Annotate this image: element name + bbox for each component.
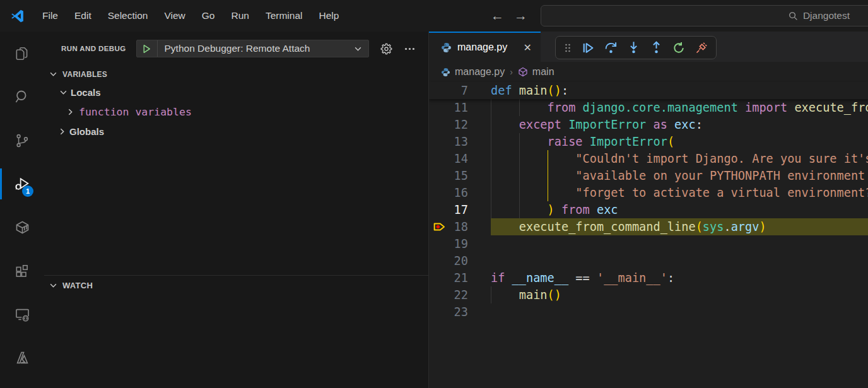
menu-item-help[interactable]: Help xyxy=(311,0,348,32)
sidebar-item-search[interactable] xyxy=(0,75,44,119)
code-line-11[interactable]: 11 from django.core.management import ex… xyxy=(429,99,868,116)
close-icon[interactable]: ✕ xyxy=(524,42,532,54)
menu-item-selection[interactable]: Selection xyxy=(100,0,156,32)
code-line-12[interactable]: 12 except ImportError as exc: xyxy=(429,116,868,133)
continue-button[interactable] xyxy=(577,37,599,58)
workspace-search-label: Djangotest xyxy=(803,10,850,21)
sidebar-item-source-control[interactable] xyxy=(0,119,44,162)
line-number[interactable]: 20 xyxy=(429,252,491,269)
start-debug-button[interactable] xyxy=(137,40,158,57)
line-number[interactable]: 18 xyxy=(429,218,491,235)
vscode-logo-icon xyxy=(0,8,34,24)
menu-item-view[interactable]: View xyxy=(156,0,193,32)
variables-scope-globals[interactable]: Globals xyxy=(44,122,428,141)
symbol-method-icon xyxy=(518,67,528,77)
watch-section: WATCH xyxy=(44,275,428,295)
navigate-forward-icon[interactable]: → xyxy=(514,0,527,32)
code-line-20[interactable]: 20 xyxy=(429,252,868,269)
line-number[interactable]: 17 xyxy=(429,201,491,218)
files-icon xyxy=(14,45,30,62)
code-line-21[interactable]: 21if __name__ == '__main__': xyxy=(429,269,868,286)
disconnect-button[interactable] xyxy=(690,37,713,58)
watch-section-header[interactable]: WATCH xyxy=(44,276,428,295)
title-bar: FileEditSelectionViewGoRunTerminalHelp ←… xyxy=(0,0,868,32)
line-number[interactable]: 14 xyxy=(429,150,491,167)
debug-toolbar xyxy=(555,36,717,59)
code-line-18[interactable]: 18 execute_from_command_line(sys.argv) xyxy=(429,218,868,235)
line-number[interactable]: 11 xyxy=(429,99,491,116)
search-icon xyxy=(14,88,31,105)
code-line-22[interactable]: 22 main() xyxy=(429,286,868,303)
line-number[interactable]: 7 xyxy=(429,82,491,99)
code-line-19[interactable]: 19 xyxy=(429,235,868,252)
sidebar-item-explorer[interactable] xyxy=(0,32,44,75)
line-number[interactable]: 23 xyxy=(429,303,491,320)
gear-icon[interactable] xyxy=(380,42,393,56)
variables-scope-locals[interactable]: Locals xyxy=(44,83,428,102)
code-line-7[interactable]: 7def main(): xyxy=(429,82,868,99)
launch-config-label: Python Debugger: Remote Attach xyxy=(158,43,354,54)
code-line-14[interactable]: 14 "Couldn't import Django. Are you sure… xyxy=(429,150,868,167)
sidebar-item-extensions[interactable] xyxy=(0,249,44,293)
scope-label: Globals xyxy=(69,126,104,137)
code-line-17[interactable]: 17 ) from exc xyxy=(429,201,868,218)
sidebar-item-remote-explorer[interactable] xyxy=(0,293,44,336)
line-number[interactable]: 19 xyxy=(429,235,491,252)
extensions-icon xyxy=(14,263,30,279)
breadcrumb: manage.py › main xyxy=(429,62,868,82)
line-number[interactable]: 21 xyxy=(429,269,491,286)
line-number[interactable]: 12 xyxy=(429,116,491,133)
code-line-13[interactable]: 13 raise ImportError( xyxy=(429,133,868,150)
debug-badge: 1 xyxy=(22,185,33,197)
variables-section-header[interactable]: VARIABLES xyxy=(44,66,428,83)
launch-config-dropdown[interactable]: Python Debugger: Remote Attach xyxy=(136,40,369,57)
chevron-down-icon xyxy=(49,281,61,290)
sticky-scroll[interactable]: 7def main(): xyxy=(429,82,868,99)
menu-item-go[interactable]: Go xyxy=(194,0,223,32)
step-out-button[interactable] xyxy=(645,37,667,58)
code-editor[interactable]: 7def main(): 11 from django.core.managem… xyxy=(429,82,868,320)
drag-handle[interactable] xyxy=(559,37,577,58)
navigate-back-icon[interactable]: ← xyxy=(491,0,504,32)
menu-item-edit[interactable]: Edit xyxy=(66,0,100,32)
azure-icon xyxy=(14,350,31,367)
line-number[interactable]: 15 xyxy=(429,167,491,184)
command-center-search[interactable]: Djangotest xyxy=(541,5,868,26)
activity-bar: 1 xyxy=(0,32,44,388)
menu-item-file[interactable]: File xyxy=(34,0,66,32)
breadcrumb-separator: › xyxy=(509,67,513,77)
code-line-15[interactable]: 15 "available on your PYTHONPATH environ… xyxy=(429,167,868,184)
step-over-button[interactable] xyxy=(599,37,622,58)
breadcrumb-symbol[interactable]: main xyxy=(532,66,554,78)
watch-section-title: WATCH xyxy=(62,281,93,290)
more-actions-icon[interactable] xyxy=(404,43,416,55)
code-lines[interactable]: 11 from django.core.management import ex… xyxy=(429,99,868,320)
active-indicator xyxy=(0,168,2,199)
restart-button[interactable] xyxy=(667,37,690,58)
code-line-16[interactable]: 16 "forget to activate a virtual environ… xyxy=(429,184,868,201)
variables-group-function-variables[interactable]: function variables xyxy=(44,102,428,122)
line-number[interactable]: 22 xyxy=(429,286,491,303)
chevron-down-icon xyxy=(354,45,362,53)
sidebar-item-azure[interactable] xyxy=(0,336,44,380)
code-line-23[interactable]: 23 xyxy=(429,303,868,320)
step-into-button[interactable] xyxy=(622,37,645,58)
breadcrumb-file[interactable]: manage.py xyxy=(455,66,505,78)
sidebar-item-run-and-debug[interactable]: 1 xyxy=(0,162,44,206)
sidebar-item-containers[interactable] xyxy=(0,206,44,249)
menu-item-run[interactable]: Run xyxy=(223,0,257,32)
breakpoint-current-line-icon[interactable] xyxy=(433,221,446,233)
tab-manage-py[interactable]: manage.py ✕ xyxy=(429,32,541,62)
tab-bar: manage.py ✕ xyxy=(429,32,868,62)
tab-label: manage.py xyxy=(457,42,518,53)
line-number[interactable]: 16 xyxy=(429,184,491,201)
panel-title: RUN AND DEBUG xyxy=(61,45,126,52)
chevron-right-icon xyxy=(57,127,67,136)
panel-header: RUN AND DEBUG Python Debugger: Remote At… xyxy=(44,32,428,66)
menu-item-terminal[interactable]: Terminal xyxy=(257,0,311,32)
scope-label: Locals xyxy=(71,87,101,98)
menu-bar: FileEditSelectionViewGoRunTerminalHelp xyxy=(34,0,347,32)
variable-group-label: function variables xyxy=(79,106,192,118)
line-number[interactable]: 13 xyxy=(429,133,491,150)
chevron-right-icon xyxy=(65,108,75,116)
